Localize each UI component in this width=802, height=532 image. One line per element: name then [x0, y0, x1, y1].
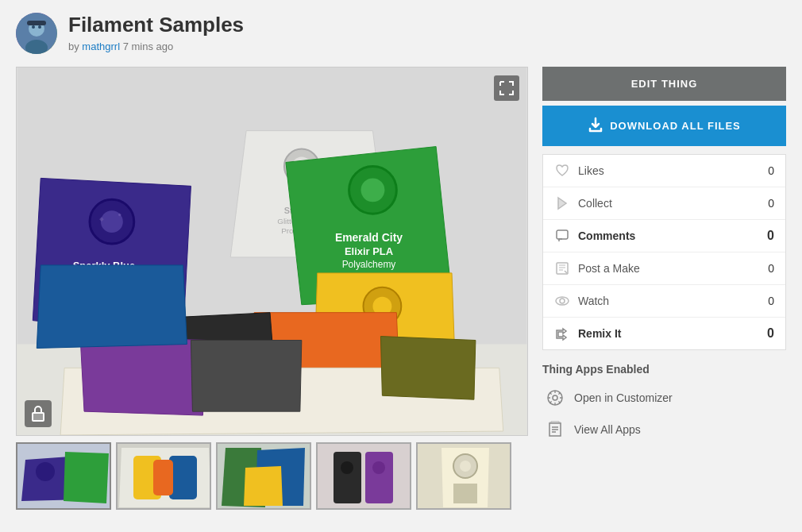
svg-text:Polyalchemy: Polyalchemy	[342, 259, 396, 270]
main-image-container: Stardust Glitter HTPLA Proto-pasta Spark…	[16, 67, 528, 436]
download-icon	[588, 117, 603, 135]
thumbnail-2[interactable]	[116, 442, 211, 510]
post-make-label: Post a Make	[578, 262, 760, 275]
stats-section: Likes 0 Collect 0	[542, 154, 786, 350]
svg-point-38	[341, 461, 353, 474]
thumbnail-1[interactable]	[16, 442, 111, 510]
svg-rect-37	[365, 452, 393, 503]
svg-point-47	[560, 299, 565, 303]
post-make-icon	[554, 260, 570, 276]
edit-thing-button[interactable]: EDIT THING	[542, 67, 786, 101]
likes-label: Likes	[578, 164, 760, 177]
author-avatar	[16, 13, 57, 54]
author-link[interactable]: mathgrrl	[82, 40, 120, 52]
svg-rect-5	[27, 21, 46, 25]
svg-point-21	[361, 178, 385, 202]
post-make-count: 0	[768, 262, 774, 275]
remix-count: 0	[767, 326, 774, 341]
comments-icon	[554, 228, 570, 244]
stat-row-watch[interactable]: Watch 0	[543, 285, 785, 318]
svg-rect-44	[557, 230, 568, 239]
collect-count: 0	[768, 197, 774, 210]
thumbnail-strip	[16, 442, 528, 510]
svg-point-39	[372, 461, 385, 474]
download-all-files-button[interactable]: DOWNLOAD ALL FILES	[542, 106, 786, 146]
view-all-apps-label: View All Apps	[574, 423, 641, 436]
thumbnail-4[interactable]	[316, 442, 411, 510]
stat-row-collect[interactable]: Collect 0	[543, 187, 785, 220]
remix-label: Remix It	[578, 327, 759, 340]
svg-point-49	[553, 395, 557, 400]
customizer-icon	[546, 388, 565, 407]
thumbnail-3[interactable]	[216, 442, 311, 510]
remix-icon	[554, 326, 570, 341]
watch-count: 0	[768, 295, 774, 307]
stat-row-comments[interactable]: Comments 0	[543, 220, 785, 253]
right-panel: EDIT THING DOWNLOAD ALL FILES	[542, 67, 786, 445]
svg-point-42	[460, 461, 471, 472]
svg-point-3	[32, 25, 35, 29]
comments-count: 0	[767, 229, 774, 243]
stat-row-remix[interactable]: Remix It 0	[543, 318, 785, 349]
likes-icon	[554, 163, 570, 179]
fullscreen-button[interactable]	[494, 75, 519, 101]
watch-label: Watch	[578, 295, 760, 307]
watch-icon	[554, 293, 570, 309]
likes-count: 0	[768, 164, 774, 177]
svg-point-4	[38, 25, 41, 29]
svg-point-29	[36, 462, 55, 481]
view-all-apps-icon	[546, 420, 565, 439]
left-panel: Stardust Glitter HTPLA Proto-pasta Spark…	[16, 67, 528, 510]
stat-row-post-make[interactable]: Post a Make 0	[543, 253, 785, 285]
collect-icon	[554, 195, 570, 211]
author-meta: by mathgrrl 7 mins ago	[68, 40, 244, 52]
svg-rect-43	[453, 484, 477, 503]
svg-rect-32	[169, 456, 197, 499]
thumbnail-5[interactable]	[416, 442, 511, 510]
stat-row-likes[interactable]: Likes 0	[543, 155, 785, 187]
open-in-customizer-row[interactable]: Open in Customizer	[542, 382, 786, 414]
comments-label: Comments	[578, 229, 759, 242]
lock-button[interactable]	[25, 400, 52, 427]
svg-text:Emerald City: Emerald City	[335, 231, 403, 244]
svg-rect-35	[318, 444, 411, 510]
view-all-apps-row[interactable]: View All Apps	[542, 414, 786, 445]
svg-rect-36	[334, 452, 361, 503]
apps-section: Thing Apps Enabled Open in Customizer	[542, 363, 786, 445]
apps-title: Thing Apps Enabled	[542, 363, 786, 376]
svg-rect-27	[33, 413, 44, 421]
customizer-label: Open in Customizer	[574, 391, 673, 404]
svg-rect-33	[153, 460, 173, 495]
collect-label: Collect	[578, 197, 760, 210]
page-title: Filament Samples	[68, 13, 244, 37]
svg-text:Elixir PLA: Elixir PLA	[345, 245, 393, 257]
